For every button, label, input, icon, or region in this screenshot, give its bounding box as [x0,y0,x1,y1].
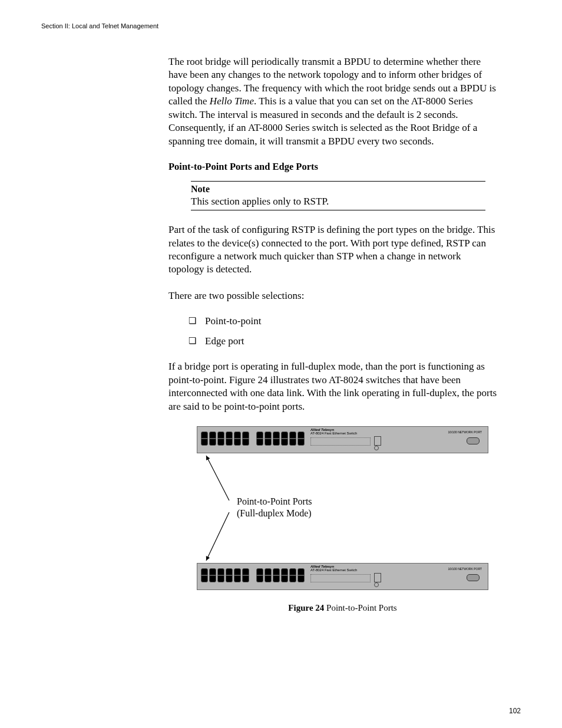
note-block: Note This section applies only to RSTP. [191,181,485,210]
port-bank-1 [201,431,249,446]
port-bank-2 [256,431,305,446]
annotation-line2: (Full-duplex Mode) [237,508,312,518]
port-bank-2 [256,568,305,582]
figure-annotation: Point-to-Point Ports (Full-duplex Mode) [237,496,312,519]
led-panel-icon [310,434,405,450]
note-text: This section applies only to RSTP. [191,196,485,207]
port-label: 10/100 NETWORK PORT [448,567,482,571]
paragraph-rstp-config: Part of the task of configuring RSTP is … [168,223,498,276]
list-item: Edge port [189,335,498,347]
running-header: Section II: Local and Telnet Management [41,22,521,29]
page: Section II: Local and Telnet Management … [0,0,562,728]
svg-line-1 [206,512,229,561]
switch-top: Allied Telesyn AT-8024 Fast Ethernet Swi… [197,426,488,453]
paragraph-full-duplex: If a bridge port is operating in full-du… [168,360,498,413]
switch-bottom: Allied Telesyn AT-8024 Fast Ethernet Swi… [197,563,488,590]
caption-text: Point-to-Point Ports [324,603,396,612]
console-port-icon [467,437,480,444]
svg-line-0 [206,456,229,500]
subheading-p2p-edge: Point-to-Point Ports and Edge Ports [168,161,498,173]
led-panel-icon [310,571,405,587]
rule [191,181,485,182]
note-label: Note [191,184,485,195]
paragraph-two-selections: There are two possible selections: [168,289,498,302]
rule [191,210,485,210]
figure-24: Allied Telesyn AT-8024 Fast Ethernet Swi… [197,426,488,613]
figure-gap: Point-to-Point Ports (Full-duplex Mode) [197,453,488,563]
content-column: The root bridge will periodically transm… [168,55,498,613]
page-number: 102 [509,707,521,715]
port-label: 10/100 NETWORK PORT [448,430,482,434]
caption-number: Figure 24 [288,603,324,612]
paragraph-root-bridge: The root bridge will periodically transm… [168,55,498,148]
annotation-line1: Point-to-Point Ports [237,496,312,506]
hello-time-term: Hello Time [210,95,254,107]
selection-list: Point-to-point Edge port [189,315,498,347]
list-item: Point-to-point [189,315,498,327]
figure-caption: Figure 24 Point-to-Point Ports [197,603,488,613]
port-bank-1 [201,568,249,582]
console-port-icon [467,574,480,581]
